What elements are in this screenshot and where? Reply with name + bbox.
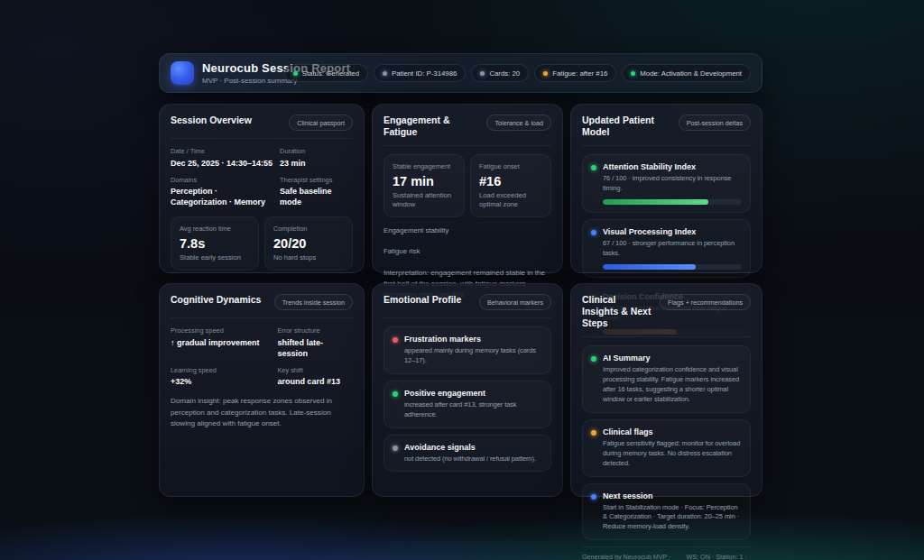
app-logo-icon xyxy=(171,61,194,85)
avoidance-signals-item: Avoidance signals not detected (no withd… xyxy=(383,435,551,473)
patient-model-card: Updated Patient Model Post-session delta… xyxy=(570,104,762,273)
field-processing-speed: Processing speed ↑ gradual improvement xyxy=(171,326,270,359)
stable-engagement-stat: Stable engagement 17 min Sustained atten… xyxy=(383,154,465,217)
attention-stability-bar xyxy=(603,199,742,205)
card-tag-badge: Clinical passport xyxy=(289,115,353,131)
cards-count-badge: Cards: 20 xyxy=(471,64,529,82)
ai-summary-item: AI Summary Improved categorization confi… xyxy=(582,345,751,413)
field-domains: Domains Perception · Categorization · Me… xyxy=(171,176,273,208)
station-info-text: WS: ON · Station: 1 · Report: v0.1 xyxy=(687,553,752,560)
status-dot-icon xyxy=(591,430,596,436)
positive-engagement-item: Positive engagement increased after card… xyxy=(383,381,551,428)
status-dot-icon xyxy=(631,71,635,76)
status-dot-icon xyxy=(293,71,298,76)
frustration-markers-item: Frustration markers appeared mainly duri… xyxy=(383,326,551,374)
card-tag-badge: Post-session deltas xyxy=(679,115,751,131)
fatigue-onset-stat: Fatigue onset #16 Load exceeded optimal … xyxy=(470,154,551,217)
dynamics-fields: Processing speed ↑ gradual improvement E… xyxy=(171,326,353,387)
next-session-item: Next session Start in Stabilization mode… xyxy=(582,483,751,541)
patient-id-badge: Patient ID: P-314986 xyxy=(374,64,466,82)
field-duration: Duration 23 min xyxy=(280,147,353,169)
fatigue-badge: Fatigue: after #16 xyxy=(534,64,616,82)
attention-stability-item: Attention Stability Index 76 / 100 · imp… xyxy=(582,154,751,213)
field-key-shift: Key shift around card #13 xyxy=(277,366,353,388)
engagement-stability-label: Engagement stability xyxy=(383,226,551,234)
emotional-profile-card: Emotional Profile Behavioral markers Fru… xyxy=(372,283,563,497)
cards-grid: Session Overview Clinical passport Date … xyxy=(159,104,762,497)
avg-reaction-time-stat: Avg reaction time 7.8s Stable early sess… xyxy=(171,216,259,271)
report-footer: Generated by Neurocub MVP · Session snap… xyxy=(582,546,751,560)
cognitive-dynamics-card: Cognitive Dynamics Trends inside session… xyxy=(159,283,365,497)
field-learning-speed: Learning speed +32% xyxy=(171,366,270,388)
status-dot-icon xyxy=(591,494,596,500)
card-tag-badge: Trends inside session xyxy=(274,294,353,310)
completion-stat: Completion 20/20 No hard stops xyxy=(264,216,353,271)
card-tag-badge: Behavioral markers xyxy=(479,294,551,310)
status-dot-icon xyxy=(393,391,398,397)
status-dot-icon xyxy=(393,337,398,343)
clinical-flags-item: Clinical flags Fatigue sensitivity flagg… xyxy=(582,419,751,477)
session-overview-card: Session Overview Clinical passport Date … xyxy=(159,104,365,273)
card-title: Session Overview xyxy=(171,115,252,126)
status-dot-icon xyxy=(591,230,596,235)
mode-badge: Mode: Activation & Development xyxy=(622,64,751,82)
status-dot-icon xyxy=(591,356,596,362)
status-dot-icon xyxy=(393,445,398,451)
page-title: Neurocub Session Report xyxy=(202,61,276,75)
clinical-insights-card: Clinical Insights & Next Steps Flags + r… xyxy=(570,283,762,497)
report-page: Neurocub Session Report MVP · Post-sessi… xyxy=(159,53,762,497)
card-title: Engagement & Fatigue xyxy=(383,115,481,138)
card-title: Updated Patient Model xyxy=(582,115,673,138)
fatigue-risk-label: Fatigue risk xyxy=(383,247,551,255)
status-badges: Status: Generated Patient ID: P-314986 C… xyxy=(284,64,751,82)
domain-insight-text: Domain insight: peak response zones obse… xyxy=(171,396,353,428)
card-tag-badge: Flags + recommendations xyxy=(660,294,751,310)
status-dot-icon xyxy=(591,165,596,170)
field-error-structure: Error structure shifted late-session xyxy=(277,326,353,359)
field-therapist-settings: Therapist settings Safe baseline mode xyxy=(280,176,353,208)
card-title: Cognitive Dynamics xyxy=(171,294,261,306)
visual-processing-bar xyxy=(603,264,742,270)
status-dot-icon xyxy=(383,71,387,76)
page-subtitle: MVP · Post-session summary xyxy=(202,77,276,85)
engagement-fatigue-card: Engagement & Fatigue Tolerance & load St… xyxy=(372,104,563,273)
session-fields: Date / Time Dec 25, 2025 · 14:30–14:55 D… xyxy=(171,147,353,207)
visual-processing-item: Visual Processing Index 67 / 100 · stron… xyxy=(582,219,751,278)
generated-by-text: Generated by Neurocub MVP · Session snap… xyxy=(582,553,676,560)
header-bar: Neurocub Session Report MVP · Post-sessi… xyxy=(159,53,762,93)
status-dot-icon xyxy=(543,71,548,76)
status-badge: Status: Generated xyxy=(284,64,368,82)
card-title: Emotional Profile xyxy=(383,294,461,306)
status-dot-icon xyxy=(480,71,485,76)
card-title: Clinical Insights & Next Steps xyxy=(582,294,654,329)
card-tag-badge: Tolerance & load xyxy=(486,115,551,131)
field-date-time: Date / Time Dec 25, 2025 · 14:30–14:55 xyxy=(171,147,273,169)
